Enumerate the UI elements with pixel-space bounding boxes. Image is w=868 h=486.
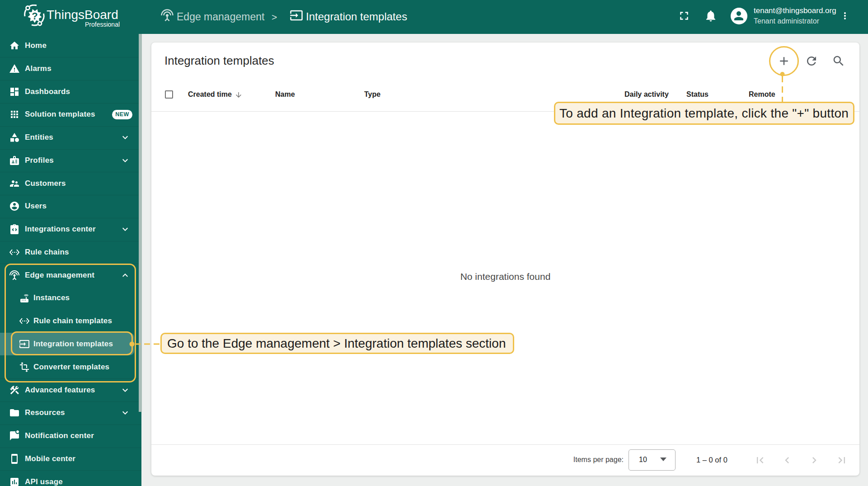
svg-text:?: ?	[32, 10, 38, 22]
